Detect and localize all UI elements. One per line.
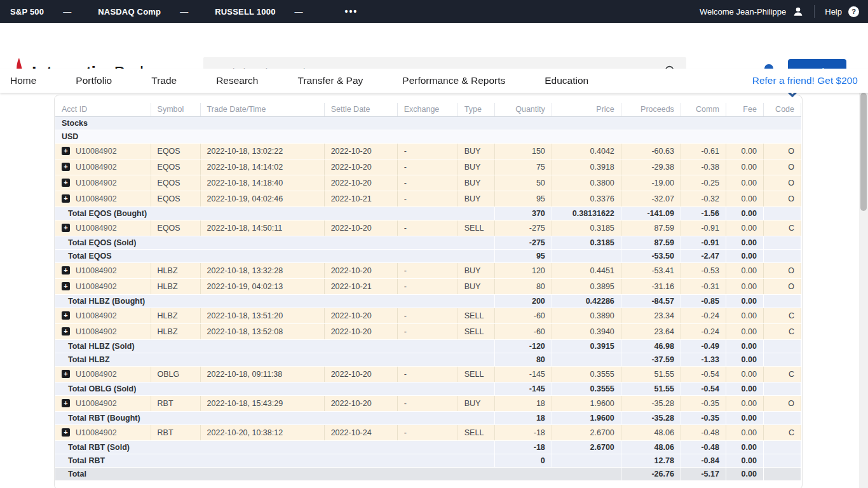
cell-group-label: USD [55,130,801,143]
cell-comm: -0.61 [681,143,726,159]
cell-trade_type: BUY [458,262,494,278]
cell-settle: 2022-10-21 [324,191,397,207]
acct-id: U10084902 [76,147,117,156]
cell-code: C [763,323,801,339]
cell-symbol: EQOS [151,159,200,175]
table-row-group: Stocks [55,116,801,130]
col-header-fee: Fee [726,103,763,116]
acct-id: U10084902 [76,399,117,408]
cell-code [763,294,801,308]
nav-home[interactable]: Home [10,75,36,86]
expand-row-button[interactable]: + [62,179,70,187]
more-indices-icon[interactable]: ••• [345,6,358,17]
cell-settle: 2022-10-20 [324,308,397,323]
nav-trade[interactable]: Trade [151,75,177,86]
expand-row-button[interactable]: + [62,194,70,203]
help-link[interactable]: Help [825,7,842,17]
expand-row-button[interactable]: + [62,282,70,290]
expand-row-button[interactable]: + [62,311,70,320]
cell-comm: -1.56 [681,207,726,220]
cell-datetime: 2022-10-18, 14:18:40 [200,175,324,191]
cell-qty: 18 [494,395,552,411]
cell-comm: -0.35 [681,395,726,411]
cell-price: 2.6700 [552,440,621,454]
nav-research[interactable]: Research [216,75,258,86]
refer-a-friend-link[interactable]: Refer a friend! Get $200 [752,75,858,86]
collapse-chevron-icon[interactable] [786,93,799,101]
scrollbar-track[interactable] [859,93,868,488]
cell-symbol: EQOS [151,191,200,207]
cell-proceeds: 23.64 [621,323,681,339]
user-icon[interactable] [792,6,804,17]
scrollbar-thumb[interactable] [860,93,867,211]
table-row-trade: +U10084902OBLG2022-10-18, 09:11:382022-1… [55,366,801,382]
cell-price: 0.3800 [552,175,621,191]
nav-portfolio[interactable]: Portfolio [76,75,112,86]
cell-symbol: HLBZ [151,308,200,323]
cell-comm: -0.91 [681,236,726,249]
acct-id: U10084902 [76,428,117,437]
expand-row-button[interactable]: + [62,327,70,336]
cell-datetime: 2022-10-18, 13:52:08 [200,323,324,339]
acct-id: U10084902 [76,194,117,203]
cell-price: 0.3555 [552,382,621,395]
cell-trade_type: BUY [458,191,494,207]
cell-code [763,467,801,480]
cell-trade_type: BUY [458,278,494,294]
table-row-subtotal: Total HLBZ80-37.59-1.330.00 [55,353,801,366]
expand-row-button[interactable]: + [62,370,70,378]
ticker-label: NASDAQ Comp [98,7,161,17]
cell-code [763,339,801,353]
cell-exchange: - [397,323,458,339]
cell-price: 0.4451 [552,262,621,278]
cell-price: 0.4042 [552,143,621,159]
nav-transfer-pay[interactable]: Transfer & Pay [298,75,363,86]
cell-code: C [763,220,801,236]
cell-code: C [763,366,801,382]
cell-code: O [763,143,801,159]
ticker-russell[interactable]: RUSSELL 1000 — [215,7,302,17]
cell-settle: 2022-10-20 [324,262,397,278]
ticker-nasdaq[interactable]: NASDAQ Comp — [98,7,188,17]
cell-price: 0.38131622 [552,207,621,220]
ticker-sp500[interactable]: S&P 500 — [10,7,71,17]
nav-education[interactable]: Education [545,75,588,86]
acct-id: U10084902 [76,370,117,379]
table-row-subtotal: Total EQOS95-53.50-2.470.00 [55,249,801,262]
cell-symbol: OBLG [151,366,200,382]
cell-exchange: - [397,278,458,294]
expand-row-button[interactable]: + [62,266,70,274]
cell-symbol: HLBZ [151,262,200,278]
cell-fee: 0.00 [726,366,763,382]
cell-code: C [763,308,801,323]
cell-proceeds: 46.98 [621,339,681,353]
expand-row-button[interactable]: + [62,163,70,171]
cell-subtotal-label: Total RBT [55,454,494,467]
cell-code: O [763,395,801,411]
expand-row-button[interactable]: + [62,399,70,407]
cell-settle: 2022-10-24 [324,424,397,440]
cell-qty: 75 [494,159,552,175]
expand-row-button[interactable]: + [62,147,70,155]
table-row-grandtotal: Total-26.76-5.170.00 [55,467,801,480]
cell-trade_type: BUY [458,159,494,175]
cell-fee: 0.00 [726,236,763,249]
cell-fee: 0.00 [726,454,763,467]
welcome-user-menu[interactable]: Welcome Jean-Philippe [700,7,786,17]
help-icon[interactable]: ? [848,6,859,17]
cell-subtotal-label: Total OBLG (Sold) [55,382,494,395]
cell-proceeds: -141.09 [621,207,681,220]
cell-acct: +U10084902 [55,220,151,236]
cell-fee: 0.00 [726,159,763,175]
cell-qty: -18 [494,440,552,454]
col-header-code: Code [763,103,801,116]
cell-datetime: 2022-10-19, 04:02:46 [200,191,324,207]
cell-qty: 150 [494,143,552,159]
cell-code [763,411,801,424]
acct-id: U10084902 [76,163,117,172]
expand-row-button[interactable]: + [62,428,70,437]
expand-row-button[interactable]: + [62,224,70,232]
table-row-trade: +U10084902EQOS2022-10-18, 13:02:222022-1… [55,143,801,159]
cell-proceeds: 23.34 [621,308,681,323]
nav-performance-reports[interactable]: Performance & Reports [402,75,505,86]
